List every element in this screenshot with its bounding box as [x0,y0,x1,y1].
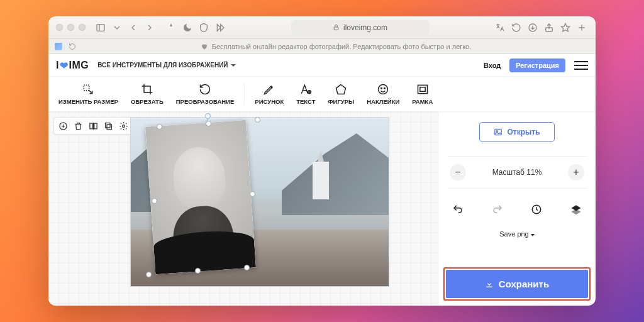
sticker-icon [377,83,389,96]
layer-settings-button[interactable] [117,119,130,132]
download-icon [485,280,494,289]
tab-bar: Бесплатный онлайн редактор фотографий. Р… [48,39,596,54]
fast-forward-icon[interactable] [214,21,226,34]
tool-transform[interactable]: ПРЕОБРАЗОВАНИЕ [170,77,241,111]
zoom-row: − Масштаб 11% + [447,156,587,189]
zoom-in-button[interactable]: + [568,164,584,180]
open-button[interactable]: Открыть [479,122,554,142]
sidebar-toggle-icon[interactable] [94,21,107,34]
save-highlight: Сохранить [443,267,591,301]
menu-button[interactable] [574,58,588,72]
tool-draw[interactable]: РИСУНОК [248,77,290,111]
history-button[interactable] [530,203,543,216]
logo-text-prefix: I [56,60,59,71]
signup-button[interactable]: Регистрация [509,58,565,72]
bookmark-icon[interactable] [559,21,572,34]
heart-icon [201,43,208,50]
login-link[interactable]: Вход [484,62,501,69]
tool-label: ИЗМЕНИТЬ РАЗМЕР [58,98,118,105]
logo[interactable]: I ❤ IMG [56,59,89,71]
selection-handle-bl[interactable] [146,272,152,277]
reload-icon[interactable] [510,21,523,34]
back-button[interactable] [127,21,140,34]
forward-button[interactable] [143,21,156,34]
tool-stickers[interactable]: НАКЛЕЙКИ [360,77,406,111]
extension-icon[interactable] [165,21,177,34]
open-button-label: Открыть [507,128,540,136]
tool-label: НАКЛЕЙКИ [367,98,399,105]
tool-text[interactable]: ТЕКСТ [290,77,321,111]
logo-heart-icon: ❤ [60,60,69,72]
moon-icon[interactable] [181,21,194,34]
selected-image-layer[interactable] [145,120,256,275]
toolbar-separator [244,83,245,105]
rotation-handle[interactable] [205,113,211,119]
titlebar: iloveimg.com [48,16,596,39]
selection-handle-tm[interactable] [206,121,211,126]
tool-label: ТЕКСТ [296,98,315,105]
tool-label: ПРЕОБРАЗОВАНИЕ [176,98,235,105]
undo-button[interactable] [451,203,465,216]
svg-point-17 [381,88,382,89]
tab-favicon [55,43,62,50]
address-text: iloveimg.com [343,23,387,32]
selection-handle-tr[interactable] [255,117,260,123]
svg-rect-24 [89,123,92,129]
svg-point-18 [384,88,386,89]
tool-label: ОБРЕЗАТЬ [131,98,164,105]
save-button[interactable]: Сохранить [446,270,588,298]
tool-label: ФИГУРЫ [328,98,354,105]
portrait-shirt [153,228,256,274]
desktop-wallpaper: iloveimg.com Бесплатный онлайн редактор … [0,0,644,322]
svg-rect-0 [97,24,104,31]
selection-handle-ml[interactable] [152,198,157,204]
selection-handle-br[interactable] [244,265,250,270]
shield-icon[interactable] [197,21,210,34]
new-tab-icon[interactable] [575,21,588,34]
all-tools-dropdown[interactable]: ВСЕ ИНСТРУМЕНТЫ ДЛЯ ИЗОБРАЖЕНИЙ [97,62,235,69]
history-row [447,196,587,220]
translate-icon[interactable] [494,21,506,34]
share-icon[interactable] [543,21,555,34]
svg-point-29 [122,125,125,127]
svg-rect-25 [94,123,96,129]
duplicate-layer-button[interactable] [102,119,114,132]
close-window-button[interactable] [56,24,63,31]
add-layer-button[interactable] [57,119,69,132]
tool-label: РАМКА [412,98,433,105]
svg-rect-28 [105,123,110,128]
canvas-area[interactable] [48,112,438,306]
frame-icon [416,83,429,96]
address-bar[interactable]: iloveimg.com [291,20,430,35]
caret-down-icon [531,234,535,236]
download-icon[interactable] [526,21,539,34]
zoom-out-button[interactable]: − [450,164,466,180]
maximize-window-button[interactable] [79,24,86,31]
svg-marker-8 [561,23,569,31]
svg-point-16 [379,85,388,94]
pencil-icon [263,83,275,96]
chevron-down-icon[interactable] [111,21,123,34]
redo-button[interactable] [491,203,504,216]
resize-icon [82,83,94,96]
lock-icon [333,24,340,31]
image-icon [494,128,502,136]
save-format-dropdown[interactable]: Save png [447,228,587,238]
window-controls [56,24,86,31]
delete-layer-button[interactable] [72,119,84,132]
tool-frame[interactable]: РАМКА [406,77,439,111]
selection-handle-mr[interactable] [250,191,255,197]
layers-button[interactable] [569,203,583,216]
minimize-window-button[interactable] [67,24,74,31]
svg-rect-19 [418,85,427,93]
tool-resize[interactable]: ИЗМЕНИТЬ РАЗМЕР [52,77,125,111]
tab-reload-icon[interactable] [67,42,77,52]
tab-title-area[interactable]: Бесплатный онлайн редактор фотографий. Р… [82,43,589,50]
selection-handle-tl[interactable] [157,124,162,130]
flip-horizontal-button[interactable] [87,119,99,132]
tool-crop[interactable]: ОБРЕЗАТЬ [125,77,170,111]
editor-content: Открыть − Масштаб 11% + Save png [48,112,596,306]
tool-shapes[interactable]: ФИГУРЫ [321,77,360,111]
selection-handle-bm[interactable] [195,268,201,274]
svg-marker-15 [336,85,346,94]
